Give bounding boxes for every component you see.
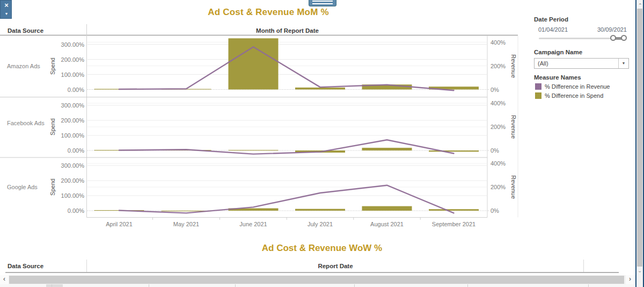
bar-spend-diff[interactable] bbox=[429, 209, 479, 211]
date-period-start: 01/04/2021 bbox=[538, 26, 568, 33]
wow-header-underline bbox=[5, 272, 619, 273]
tab-divider bbox=[235, 284, 236, 287]
left-axis-tick-label: 0.00% bbox=[68, 147, 84, 154]
campaign-name-value: (All) bbox=[538, 59, 548, 68]
date-period-slider-handle-end[interactable] bbox=[621, 35, 627, 41]
scroll-left-icon[interactable]: ‹ bbox=[0, 275, 9, 284]
date-period-label: Date Period bbox=[534, 16, 568, 23]
right-axis-tick-label: 400% bbox=[491, 160, 506, 167]
left-axis-tick-label: 100.00% bbox=[61, 132, 85, 139]
tab-segment bbox=[46, 284, 63, 287]
right-axis-tick-label: 400% bbox=[491, 100, 506, 106]
spend-color-swatch bbox=[535, 92, 541, 99]
right-axis-tick-label: 0% bbox=[491, 87, 499, 93]
grip-line bbox=[312, 1, 333, 2]
bar-spend-diff[interactable] bbox=[229, 38, 279, 89]
wow-data-source-header: Data Source bbox=[8, 263, 43, 269]
left-axis-tick-label: 300.00% bbox=[61, 41, 85, 48]
bar-spend-diff[interactable] bbox=[362, 206, 412, 211]
dropdown-caret-icon[interactable]: ▼ bbox=[618, 59, 628, 68]
bar-spend-diff[interactable] bbox=[295, 209, 345, 211]
right-axis-tick-label: 200% bbox=[491, 184, 506, 190]
tab-divider bbox=[588, 284, 589, 287]
left-axis-tick-label: 300.00% bbox=[61, 102, 85, 109]
wow-chart-title: Ad Cost & Revenue WoW % bbox=[32, 243, 612, 254]
measure-names-label: Measure Names bbox=[534, 74, 581, 81]
left-axis-tick-label: 0.00% bbox=[68, 207, 84, 214]
line-revenue-diff[interactable] bbox=[119, 140, 454, 154]
campaign-name-label: Campaign Name bbox=[534, 49, 582, 55]
vertical-scrollbar-thumb[interactable] bbox=[637, 9, 642, 267]
tableau-dashboard: × ▼ Ad Cost & Revenue MoM % Data Source … bbox=[0, 0, 644, 287]
bar-spend-diff[interactable] bbox=[362, 148, 412, 150]
tab-divider bbox=[149, 284, 149, 287]
campaign-name-dropdown[interactable]: (All) ▼ bbox=[534, 58, 629, 69]
grip-line bbox=[312, 3, 333, 4]
left-axis-tick-label: 200.00% bbox=[61, 56, 85, 63]
scroll-up-icon[interactable]: ‹ bbox=[636, 0, 643, 8]
drag-handle-icon[interactable] bbox=[309, 0, 336, 6]
date-period-end: 30/09/2021 bbox=[574, 26, 627, 33]
wow-column-header: Report Date bbox=[89, 263, 582, 269]
left-axis-tick-label: 0.00% bbox=[68, 87, 84, 93]
revenue-color-swatch bbox=[535, 83, 541, 90]
right-axis-tick-label: 0% bbox=[491, 147, 499, 154]
month-label: August 2021 bbox=[370, 221, 404, 227]
legend-label: % Difference in Revenue bbox=[545, 83, 610, 90]
bar-spend-diff[interactable] bbox=[295, 88, 345, 90]
mom-chart-title: Ad Cost & Revenue MoM % bbox=[0, 7, 537, 18]
wow-column-divider bbox=[583, 260, 584, 272]
legend-label: % Difference in Spend bbox=[545, 92, 603, 99]
right-axis-tick-label: 400% bbox=[491, 39, 506, 46]
horizontal-scrollbar-thumb[interactable] bbox=[9, 276, 624, 284]
month-label: September 2021 bbox=[432, 221, 475, 227]
left-axis-tick-label: 100.00% bbox=[61, 71, 85, 78]
month-label: June 2021 bbox=[239, 221, 267, 227]
right-axis-tick-label: 200% bbox=[491, 63, 506, 69]
left-axis-tick-label: 200.00% bbox=[61, 117, 85, 124]
date-period-slider-handle-start[interactable] bbox=[610, 35, 616, 41]
month-label: April 2021 bbox=[106, 221, 133, 227]
bar-spend-diff[interactable] bbox=[229, 150, 279, 150]
left-axis-tick-label: 100.00% bbox=[61, 192, 85, 199]
mom-chart-canvas[interactable]: 300.00%200.00%100.00%0.00%400%200%0%300.… bbox=[0, 23, 526, 231]
left-axis-tick-label: 200.00% bbox=[61, 177, 85, 184]
scroll-down-icon[interactable]: ‹ bbox=[636, 268, 643, 276]
line-revenue-diff[interactable] bbox=[119, 47, 454, 90]
tab-divider bbox=[52, 284, 52, 287]
vertical-scrollbar[interactable]: ‹ ‹ bbox=[636, 0, 643, 287]
tab-divider bbox=[354, 284, 355, 287]
tab-divider bbox=[467, 284, 468, 287]
scroll-right-icon[interactable]: › bbox=[626, 275, 634, 284]
left-axis-tick-label: 300.00% bbox=[61, 162, 85, 169]
bar-spend-diff[interactable] bbox=[429, 150, 479, 152]
month-label: July 2021 bbox=[308, 221, 333, 227]
sheet-tab-strip-edge bbox=[0, 284, 635, 287]
right-axis-tick-label: 0% bbox=[491, 207, 499, 214]
month-label: May 2021 bbox=[173, 221, 199, 227]
right-axis-tick-label: 200% bbox=[491, 124, 506, 130]
horizontal-scrollbar[interactable]: ‹ › bbox=[0, 275, 635, 284]
wow-column-divider bbox=[86, 260, 87, 272]
